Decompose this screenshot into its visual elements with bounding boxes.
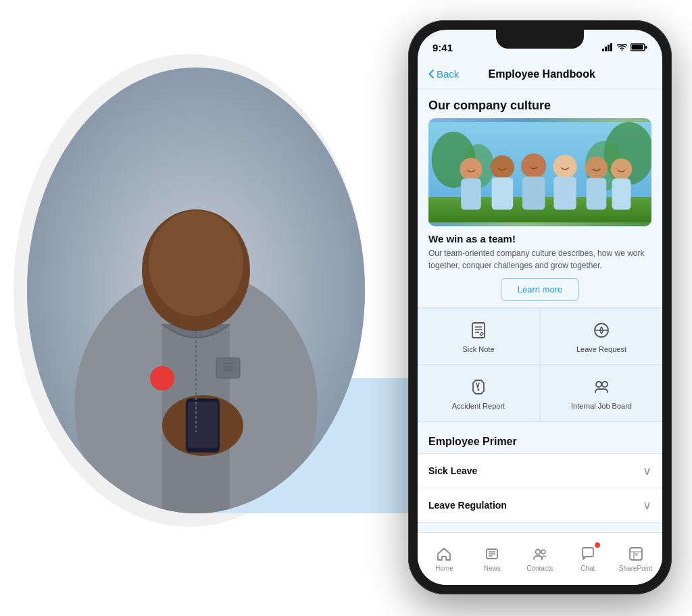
svg-point-29 — [491, 155, 514, 179]
svg-rect-38 — [612, 178, 631, 209]
worker-photo — [27, 68, 365, 513]
tab-contacts[interactable]: Contacts — [516, 540, 564, 572]
svg-rect-16 — [608, 45, 610, 51]
accident-report-label: Accident Report — [452, 402, 505, 410]
wifi-icon — [617, 44, 627, 51]
tab-sharepoint[interactable]: SharePoint — [612, 540, 660, 572]
chat-notification-badge — [595, 542, 600, 548]
svg-rect-58 — [635, 553, 638, 556]
contacts-tab-label: Contacts — [526, 565, 553, 572]
tab-home[interactable]: Home — [420, 540, 468, 572]
svg-rect-17 — [610, 43, 612, 51]
chat-icon — [579, 545, 597, 563]
svg-rect-15 — [605, 47, 607, 51]
svg-point-3 — [150, 366, 174, 390]
svg-point-27 — [460, 158, 482, 180]
team-photo — [428, 118, 651, 226]
internal-job-board-label: Internal Job Board — [571, 402, 632, 410]
back-button[interactable]: Back — [428, 68, 459, 80]
svg-point-8 — [149, 211, 243, 316]
sick-note-label: Sick Note — [462, 345, 494, 353]
sick-note-button[interactable]: Sick Note — [418, 309, 539, 364]
back-chevron-icon — [428, 70, 434, 78]
internal-job-board-button[interactable]: Internal Job Board — [541, 365, 662, 421]
svg-rect-28 — [461, 178, 481, 209]
accident-report-button[interactable]: Accident Report — [418, 365, 539, 421]
news-icon — [483, 545, 501, 563]
sharepoint-icon — [627, 545, 645, 563]
sick-leave-label: Sick Leave — [428, 465, 477, 476]
quick-action-grid: Sick Note Leave Request — [418, 307, 662, 422]
svg-point-35 — [585, 157, 608, 179]
svg-point-46 — [596, 382, 601, 387]
sharepoint-tab-label: SharePoint — [619, 565, 652, 572]
svg-point-47 — [602, 382, 608, 387]
back-label: Back — [437, 68, 459, 80]
team-heading: We win as a team! — [418, 226, 662, 247]
svg-rect-20 — [645, 46, 647, 49]
leave-regulation-accordion[interactable]: Leave Regulation ∨ — [418, 488, 662, 523]
news-tab-label: News — [484, 565, 501, 572]
tab-news[interactable]: News — [468, 540, 516, 572]
phone-notch — [496, 30, 584, 49]
svg-point-37 — [611, 159, 633, 180]
home-tab-label: Home — [435, 565, 453, 572]
home-icon — [435, 545, 453, 563]
leave-regulation-label: Leave Regulation — [428, 500, 507, 511]
tab-bar: Home News — [418, 532, 662, 585]
tab-chat[interactable]: Chat — [564, 540, 612, 572]
phone-wrapper: 9:41 — [408, 20, 672, 594]
sick-leave-accordion[interactable]: Sick Leave ∨ — [418, 453, 662, 488]
svg-point-54 — [541, 550, 545, 554]
svg-rect-14 — [602, 49, 604, 51]
leave-request-button[interactable]: Leave Request — [541, 309, 662, 364]
svg-rect-32 — [522, 176, 545, 209]
screen-content: Our company culture — [418, 89, 662, 532]
svg-point-53 — [535, 549, 540, 554]
svg-rect-9 — [216, 358, 240, 378]
signal-icon — [602, 43, 614, 51]
svg-rect-34 — [553, 176, 576, 209]
svg-point-33 — [553, 155, 576, 178]
phone-screen: 9:41 — [418, 30, 662, 585]
learn-more-button[interactable]: Learn more — [501, 278, 579, 301]
team-description: Our team-oriented company culture descri… — [418, 247, 662, 272]
leave-request-label: Leave Request — [576, 345, 626, 353]
primer-section-title: Employee Primer — [418, 428, 662, 453]
svg-point-45 — [478, 389, 480, 391]
accident-icon — [468, 376, 489, 398]
note-icon — [468, 319, 489, 341]
svg-rect-36 — [587, 178, 607, 209]
status-icons — [602, 43, 647, 51]
page-title: Employee Handbook — [459, 68, 624, 80]
sick-leave-chevron: ∨ — [643, 463, 651, 478]
svg-rect-19 — [632, 45, 643, 50]
svg-rect-39 — [472, 323, 485, 338]
svg-rect-30 — [492, 177, 514, 209]
phone-frame: 9:41 — [408, 20, 672, 594]
svg-point-31 — [521, 153, 546, 178]
status-time: 9:41 — [432, 42, 453, 53]
leave-regulation-chevron: ∨ — [643, 498, 651, 513]
chat-tab-label: Chat — [580, 565, 595, 572]
contacts-icon — [531, 545, 549, 563]
leave-icon — [591, 319, 612, 341]
svg-rect-6 — [188, 402, 218, 448]
culture-section-title: Our company culture — [418, 89, 662, 118]
nav-bar: Back Employee Handbook — [418, 59, 662, 89]
job-board-icon — [591, 376, 612, 398]
battery-icon — [631, 43, 647, 51]
